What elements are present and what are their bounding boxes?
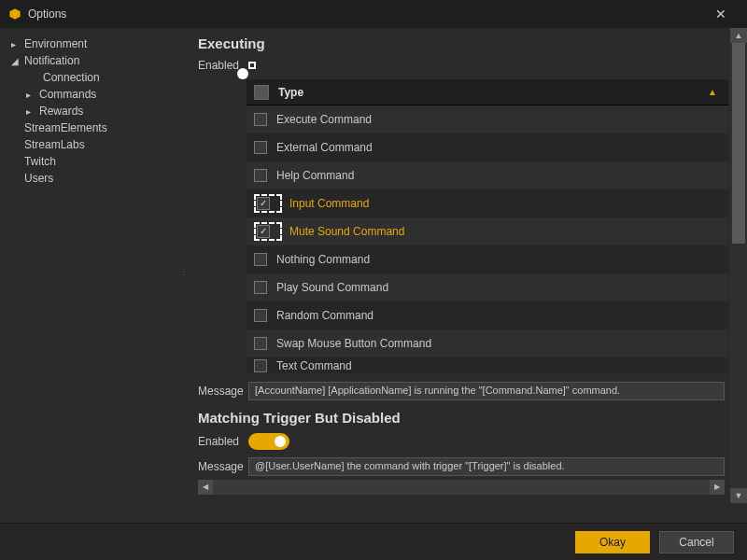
sidebar-item-users[interactable]: Users <box>4 170 183 187</box>
executing-message-row: Message [AccountName] [ApplicationName] … <box>198 382 725 400</box>
row-label: Mute Sound Command <box>289 225 404 238</box>
row-checkbox[interactable] <box>257 197 270 210</box>
table-row[interactable]: Random Command <box>247 301 728 329</box>
window-body: ▸ Environment ◢ Notification Connection … <box>0 28 747 523</box>
sidebar-item-commands[interactable]: ▸ Commands <box>4 86 183 103</box>
footer: Okay Cancel <box>0 523 747 560</box>
disabled-enabled-toggle[interactable] <box>248 433 289 450</box>
sidebar-item-twitch[interactable]: Twitch <box>4 153 183 170</box>
table-row[interactable]: Text Command <box>247 357 728 374</box>
sidebar-item-notification[interactable]: ◢ Notification <box>4 52 183 69</box>
row-checkbox[interactable] <box>254 337 267 350</box>
grid-header[interactable]: Type ▲ <box>247 79 728 105</box>
okay-button[interactable]: Okay <box>575 531 650 553</box>
titlebar: Options ✕ <box>0 0 747 28</box>
sidebar-item-label: Commands <box>37 88 96 101</box>
scroll-thumb[interactable] <box>732 43 745 244</box>
row-checkbox[interactable] <box>254 281 267 294</box>
executing-message-input[interactable]: [AccountName] [ApplicationName] is runni… <box>248 382 725 400</box>
disabled-message-input[interactable]: @[User.UserName] the command with trigge… <box>248 457 725 476</box>
row-checkbox[interactable] <box>257 225 270 238</box>
row-checkbox[interactable] <box>254 141 267 154</box>
caret-icon: ▸ <box>26 106 37 117</box>
disabled-enabled-row: Enabled <box>198 433 725 450</box>
row-label: Execute Command <box>276 113 372 126</box>
horizontal-scrollbar[interactable]: ◀ ▶ <box>198 480 725 495</box>
disabled-heading: Matching Trigger But Disabled <box>198 410 728 426</box>
row-checkbox[interactable] <box>254 113 267 126</box>
panel-scrollbar[interactable]: ▲ ▼ <box>730 28 747 503</box>
sidebar-item-environment[interactable]: ▸ Environment <box>4 35 183 52</box>
scroll-down-icon[interactable]: ▼ <box>730 488 747 503</box>
sidebar-item-label: Rewards <box>37 105 83 118</box>
options-window: Options ✕ ▸ Environment ◢ Notification C… <box>0 0 747 560</box>
row-checkbox[interactable] <box>254 169 267 182</box>
sidebar-item-label: Users <box>22 172 53 185</box>
row-label: Random Command <box>276 309 374 322</box>
table-row[interactable]: Nothing Command <box>247 245 728 273</box>
table-row[interactable]: Execute Command <box>247 105 728 133</box>
highlight-box <box>254 194 282 213</box>
row-label: Nothing Command <box>276 253 370 266</box>
sidebar-item-streamelements[interactable]: StreamElements <box>4 119 183 136</box>
header-checkbox[interactable] <box>254 85 269 100</box>
sort-indicator-icon: ▲ <box>708 87 717 97</box>
window-title: Options <box>28 7 702 21</box>
grid-body: Execute Command External Command Help Co… <box>247 105 728 374</box>
sidebar-item-rewards[interactable]: ▸ Rewards <box>4 103 183 119</box>
scroll-up-icon[interactable]: ▲ <box>730 28 747 43</box>
sidebar-item-label: StreamElements <box>22 121 107 134</box>
sidebar-item-streamlabs[interactable]: StreamLabs <box>4 136 183 153</box>
caret-icon: ▸ <box>11 39 22 49</box>
caret-icon: ▸ <box>26 90 37 100</box>
enabled-label: Enabled <box>198 435 248 448</box>
executing-heading: Executing <box>198 35 728 51</box>
row-label: Help Command <box>276 169 354 182</box>
row-checkbox[interactable] <box>254 309 267 322</box>
row-label: External Command <box>276 141 373 154</box>
sidebar-item-label: StreamLabs <box>22 138 85 151</box>
row-label: Input Command <box>289 197 369 210</box>
app-icon <box>7 7 22 21</box>
close-button[interactable]: ✕ <box>702 7 740 21</box>
disabled-message-row: Message @[User.UserName] the command wit… <box>198 457 725 476</box>
row-checkbox[interactable] <box>254 359 267 372</box>
row-label: Text Command <box>276 359 352 372</box>
main-panel: Executing Enabled Type ▲ <box>187 28 747 523</box>
command-grid: Type ▲ Execute Command External Command <box>247 79 728 374</box>
sidebar-item-label: Environment <box>22 37 87 50</box>
grid-header-label: Type <box>278 86 708 99</box>
row-label: Swap Mouse Button Command <box>276 337 431 350</box>
row-checkbox[interactable] <box>254 253 267 266</box>
sidebar-item-connection[interactable]: Connection <box>4 69 183 86</box>
scroll-left-icon[interactable]: ◀ <box>198 480 213 495</box>
row-label: Play Sound Command <box>276 281 388 294</box>
scroll-right-icon[interactable]: ▶ <box>710 480 725 495</box>
table-row[interactable]: External Command <box>247 133 728 161</box>
cancel-button[interactable]: Cancel <box>659 531 734 553</box>
svg-marker-0 <box>9 8 21 20</box>
table-row[interactable]: Mute Sound Command <box>247 217 728 245</box>
highlight-box <box>254 222 282 241</box>
caret-down-icon: ◢ <box>11 56 22 66</box>
executing-enabled-row: Enabled <box>198 59 725 72</box>
sidebar-item-label: Connection <box>41 71 100 84</box>
table-row[interactable]: Swap Mouse Button Command <box>247 329 728 357</box>
main-content: Executing Enabled Type ▲ <box>194 35 728 515</box>
table-row[interactable]: Input Command <box>247 189 728 217</box>
table-row[interactable]: Play Sound Command <box>247 273 728 301</box>
table-row[interactable]: Help Command <box>247 161 728 189</box>
sidebar-item-label: Notification <box>22 54 79 67</box>
message-label: Message <box>198 460 248 473</box>
sidebar-item-label: Twitch <box>22 155 56 168</box>
sidebar: ▸ Environment ◢ Notification Connection … <box>0 28 187 523</box>
highlight-box <box>248 62 256 69</box>
message-label: Message <box>198 385 248 398</box>
